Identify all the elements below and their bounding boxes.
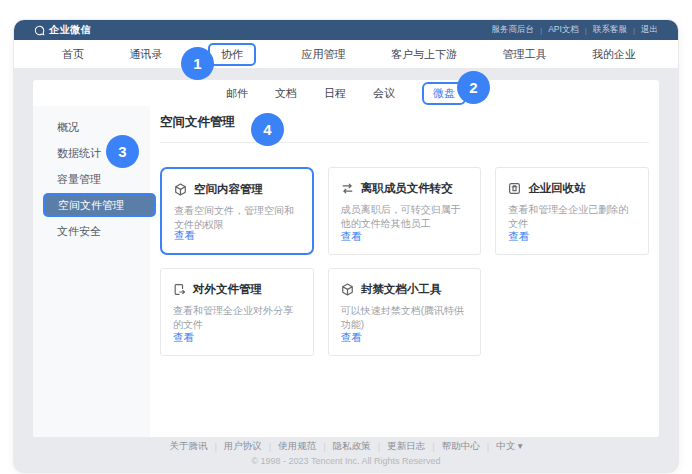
card-desc: 成员离职后，可转交归属于他的文件给其他员工 — [341, 203, 469, 231]
sidebar-item-space-file-management[interactable]: 空间文件管理 — [43, 193, 156, 217]
card-desc: 可以快速封禁文档(腾讯特供功能) — [341, 304, 469, 332]
step-badge-2: 2 — [457, 71, 490, 104]
topbar-links: 服务商后台 | API文档 | 联系客服 | 退出 — [492, 24, 658, 36]
topbar-link-support[interactable]: 联系客服 — [593, 24, 627, 36]
view-link[interactable]: 查看 — [508, 230, 529, 244]
card-title: 企业回收站 — [528, 181, 586, 196]
footer-link-privacy-policy[interactable]: 隐私政策 — [333, 440, 371, 453]
card-company-recycle-bin[interactable]: 企业回收站 查看和管理全企业已删除的文件 查看 — [495, 167, 649, 255]
card-desc: 查看空间文件，管理空间和文件的权限 — [174, 204, 300, 232]
feature-card-grid: 空间内容管理 查看空间文件，管理空间和文件的权限 查看 — [160, 167, 649, 356]
view-link[interactable]: 查看 — [174, 229, 195, 243]
wecom-logo[interactable]: 企业微信 — [34, 23, 91, 37]
separator: | — [633, 26, 635, 35]
main-nav: 首页 通讯录 协作 应用管理 客户与上下游 管理工具 我的企业 — [14, 40, 678, 68]
content-area: 空间文件管理 空间内容管理 查看空间文件，管理空间和文件的权 — [150, 106, 659, 437]
main-panel: 邮件 文档 日程 会议 微盘 概况 数据统计 容量管理 空间文件管理 文件安全 — [33, 80, 659, 437]
separator: | — [540, 26, 542, 35]
separator: | — [214, 441, 216, 452]
separator: | — [585, 26, 587, 35]
nav-admin-tools[interactable]: 管理工具 — [503, 47, 547, 62]
view-link[interactable]: 查看 — [173, 331, 194, 345]
card-title: 对外文件管理 — [193, 282, 262, 297]
separator: | — [378, 441, 380, 452]
ban-doc-icon — [341, 283, 354, 296]
footer-link-user-agreement[interactable]: 用户协议 — [224, 440, 262, 453]
step-badge-1: 1 — [181, 47, 214, 80]
topbar-link-api-docs[interactable]: API文档 — [548, 24, 579, 36]
sidebar-item-capacity[interactable]: 容量管理 — [33, 166, 150, 192]
subtab-docs[interactable]: 文档 — [275, 86, 297, 101]
footer-link-changelog[interactable]: 更新日志 — [387, 440, 425, 453]
footer-link-about-tencent[interactable]: 关于腾讯 — [169, 440, 207, 453]
screenshot-stage: 企业微信 服务商后台 | API文档 | 联系客服 | 退出 首页 通讯录 协作… — [0, 0, 692, 474]
topbar-link-logout[interactable]: 退出 — [641, 24, 658, 36]
sidebar-item-overview[interactable]: 概况 — [33, 114, 150, 140]
step-badge-4: 4 — [251, 113, 284, 146]
page-title: 空间文件管理 — [160, 111, 649, 142]
card-title: 离职成员文件转交 — [361, 181, 453, 196]
nav-customers[interactable]: 客户与上下游 — [391, 47, 457, 62]
nav-my-company[interactable]: 我的企业 — [592, 47, 636, 62]
nav-collaboration[interactable]: 协作 — [208, 43, 256, 66]
recycle-bin-icon — [508, 182, 521, 195]
card-title: 空间内容管理 — [194, 182, 263, 197]
cube-icon — [174, 183, 187, 196]
card-space-content-management[interactable]: 空间内容管理 查看空间文件，管理空间和文件的权限 查看 — [160, 167, 314, 255]
separator: | — [323, 441, 325, 452]
footer-links: 关于腾讯 | 用户协议 | 使用规范 | 隐私政策 | 更新日志 | 帮助中心 … — [14, 440, 678, 453]
footer-link-usage-rules[interactable]: 使用规范 — [278, 440, 316, 453]
title-divider — [160, 142, 649, 143]
nav-app-management[interactable]: 应用管理 — [302, 47, 346, 62]
collab-subtabs: 邮件 文档 日程 会议 微盘 — [33, 80, 659, 106]
separator: | — [269, 441, 271, 452]
app-window: 企业微信 服务商后台 | API文档 | 联系客服 | 退出 首页 通讯录 协作… — [14, 20, 678, 472]
topbar-link-provider[interactable]: 服务商后台 — [492, 24, 535, 36]
app-body: 邮件 文档 日程 会议 微盘 概况 数据统计 容量管理 空间文件管理 文件安全 — [14, 68, 678, 472]
card-desc: 查看和管理全企业已删除的文件 — [508, 203, 636, 231]
step-badge-3: 3 — [106, 135, 139, 168]
card-external-file-management[interactable]: 对外文件管理 查看和管理全企业对外分享的文件 查看 — [160, 268, 314, 356]
footer-language-selector[interactable]: 中文 ▾ — [496, 440, 522, 453]
view-link[interactable]: 查看 — [341, 331, 362, 345]
transfer-icon — [341, 182, 354, 195]
footer: 关于腾讯 | 用户协议 | 使用规范 | 隐私政策 | 更新日志 | 帮助中心 … — [14, 440, 678, 466]
subtab-meeting[interactable]: 会议 — [373, 86, 395, 101]
nav-contacts[interactable]: 通讯录 — [130, 47, 163, 62]
card-desc: 查看和管理全企业对外分享的文件 — [173, 304, 301, 332]
sidebar-item-file-security[interactable]: 文件安全 — [33, 218, 150, 244]
footer-link-help-center[interactable]: 帮助中心 — [442, 440, 480, 453]
subtab-calendar[interactable]: 日程 — [324, 86, 346, 101]
share-doc-icon — [173, 283, 186, 296]
view-link[interactable]: 查看 — [341, 230, 362, 244]
card-block-doc-tool[interactable]: 封禁文档小工具 可以快速封禁文档(腾讯特供功能) 查看 — [328, 268, 482, 356]
empty-grid-cell — [495, 268, 649, 356]
card-departed-member-file-transfer[interactable]: 离职成员文件转交 成员离职后，可转交归属于他的文件给其他员工 查看 — [328, 167, 482, 255]
separator: | — [487, 441, 489, 452]
nav-home[interactable]: 首页 — [62, 47, 84, 62]
subtab-mail[interactable]: 邮件 — [226, 86, 248, 101]
top-bar: 企业微信 服务商后台 | API文档 | 联系客服 | 退出 — [14, 20, 678, 40]
chat-bubble-icon — [34, 25, 45, 36]
logo-text: 企业微信 — [49, 23, 91, 37]
card-title: 封禁文档小工具 — [361, 282, 442, 297]
copyright-text: © 1998 - 2023 Tencent Inc. All Rights Re… — [14, 456, 678, 466]
separator: | — [432, 441, 434, 452]
